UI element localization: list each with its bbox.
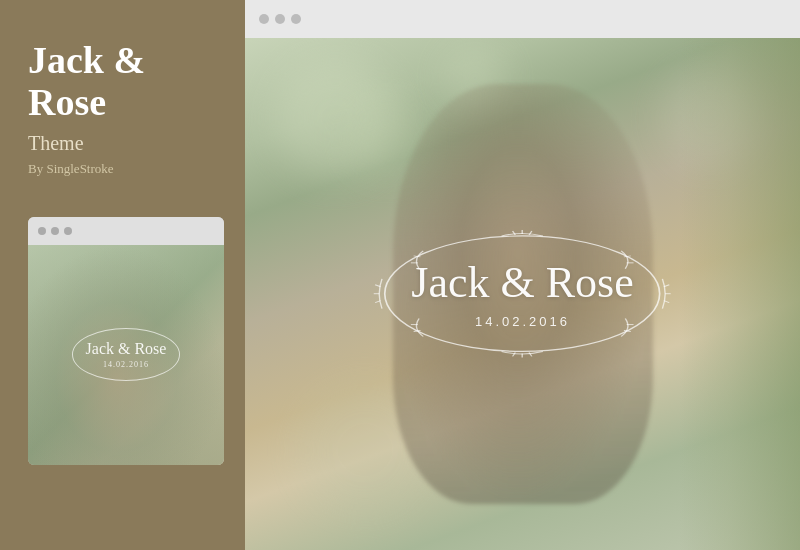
svg-point-0 [385, 236, 660, 351]
mini-browser-bar [28, 217, 224, 245]
main-overlay: Jack & Rose 14.02.2016 [371, 229, 673, 358]
theme-author: By SingleStroke [28, 161, 114, 177]
main-dot-2 [275, 14, 285, 24]
tree-silhouette [680, 38, 800, 550]
mini-couple-name: Jack & Rose [86, 340, 167, 358]
main-dot-3 [291, 14, 301, 24]
theme-title: Jack & Rose [28, 40, 145, 124]
mini-dot-3 [64, 227, 72, 235]
wreath-svg [371, 229, 673, 358]
main-dot-1 [259, 14, 269, 24]
left-panel: Jack & Rose Theme By SingleStroke Jack &… [0, 0, 245, 550]
mini-browser-preview: Jack & Rose 14.02.2016 [28, 217, 224, 465]
main-preview-area: Jack & Rose 14.02.2016 [245, 38, 800, 550]
mini-dot-1 [38, 227, 46, 235]
mini-couple-date: 14.02.2016 [86, 360, 167, 369]
main-wreath-container: Jack & Rose 14.02.2016 [371, 229, 673, 358]
mini-dot-2 [51, 227, 59, 235]
theme-subtitle: Theme [28, 132, 84, 155]
title-line2: Rose [28, 81, 106, 123]
mini-wreath: Jack & Rose 14.02.2016 [72, 328, 181, 381]
title-line1: Jack & [28, 39, 145, 81]
mini-preview-image: Jack & Rose 14.02.2016 [28, 245, 224, 465]
main-browser-bar [245, 0, 800, 38]
mini-overlay: Jack & Rose 14.02.2016 [72, 328, 181, 381]
right-panel: Jack & Rose 14.02.2016 [245, 0, 800, 550]
